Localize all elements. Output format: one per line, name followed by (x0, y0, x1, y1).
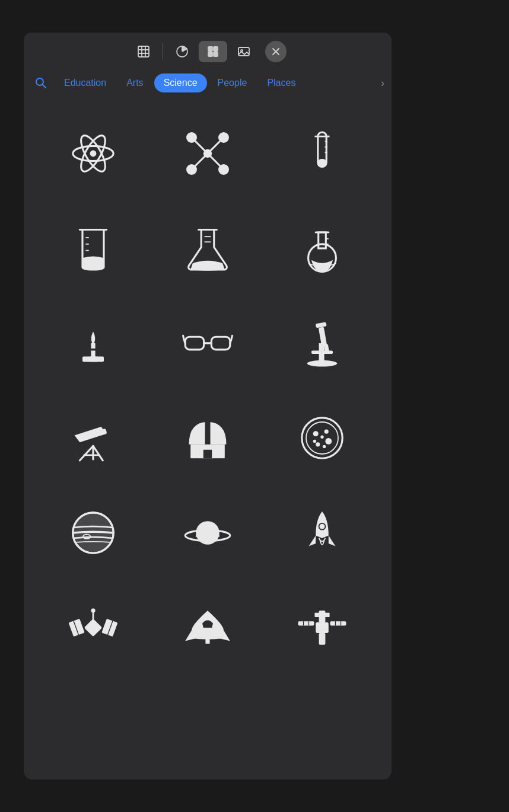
svg-rect-0 (138, 46, 149, 57)
category-science[interactable]: Science (154, 73, 207, 92)
icons-grid (24, 100, 392, 779)
svg-point-27 (218, 132, 229, 143)
svg-rect-11 (214, 52, 218, 56)
svg-rect-95 (298, 621, 314, 625)
svg-rect-101 (315, 613, 322, 617)
svg-point-71 (313, 431, 319, 436)
svg-point-83 (196, 521, 219, 545)
svg-rect-85 (84, 619, 102, 637)
category-arts[interactable]: Arts (117, 73, 152, 92)
svg-rect-98 (330, 621, 346, 625)
icon-rocket[interactable] (271, 491, 374, 574)
svg-rect-59 (316, 322, 327, 328)
svg-rect-8 (208, 47, 212, 51)
svg-rect-68 (203, 450, 212, 458)
svg-rect-54 (211, 337, 230, 350)
icon-shuttle[interactable] (156, 586, 259, 669)
svg-line-17 (43, 85, 46, 88)
icon-space-station[interactable] (271, 586, 374, 669)
svg-point-21 (90, 151, 96, 157)
svg-point-74 (316, 442, 320, 446)
chart-button[interactable] (168, 41, 196, 62)
search-button[interactable] (31, 73, 51, 93)
icon-beaker[interactable] (42, 207, 144, 290)
main-panel: Education Arts Science People Places › (24, 33, 392, 779)
svg-rect-53 (185, 337, 204, 350)
svg-rect-94 (319, 633, 326, 645)
svg-point-26 (186, 132, 197, 143)
icon-telescope[interactable] (42, 397, 144, 479)
icon-jupiter[interactable] (42, 491, 144, 574)
svg-rect-51 (82, 357, 104, 362)
category-places[interactable]: Places (257, 73, 305, 92)
svg-rect-45 (319, 232, 326, 248)
close-button[interactable] (265, 41, 287, 62)
svg-rect-32 (318, 159, 326, 167)
svg-rect-10 (208, 52, 212, 56)
icon-microscope[interactable] (271, 302, 374, 385)
icon-test-tube[interactable] (271, 112, 374, 195)
icon-round-flask[interactable] (271, 207, 374, 290)
icon-bunsen[interactable] (42, 302, 144, 385)
svg-rect-9 (214, 47, 218, 51)
icon-flask[interactable] (156, 207, 259, 290)
svg-rect-102 (323, 613, 330, 617)
category-nav: Education Arts Science People Places › (24, 71, 392, 100)
scroll-indicator: › (381, 77, 384, 89)
icon-saturn[interactable] (156, 491, 259, 574)
svg-line-62 (93, 446, 103, 461)
svg-point-91 (91, 609, 95, 613)
media-button[interactable] (230, 41, 258, 62)
toolbar-divider (163, 43, 163, 60)
svg-point-77 (321, 436, 324, 439)
svg-point-29 (218, 164, 229, 175)
svg-point-73 (326, 438, 332, 445)
icon-observatory[interactable] (156, 397, 259, 479)
svg-point-76 (313, 440, 316, 443)
svg-rect-86 (68, 619, 84, 637)
icon-satellite[interactable] (42, 586, 144, 669)
icon-molecule[interactable] (156, 112, 259, 195)
svg-rect-92 (316, 622, 329, 633)
svg-point-30 (203, 149, 212, 158)
svg-point-72 (325, 430, 329, 434)
svg-rect-52 (90, 349, 96, 351)
table-button[interactable] (129, 41, 158, 62)
svg-rect-88 (101, 619, 117, 637)
svg-rect-57 (311, 351, 333, 354)
svg-point-75 (323, 445, 326, 448)
svg-line-61 (79, 446, 93, 461)
toolbar (24, 33, 392, 71)
icon-petri[interactable] (271, 397, 374, 479)
svg-rect-67 (205, 422, 210, 445)
icon-atom[interactable] (42, 112, 144, 195)
svg-point-28 (186, 164, 197, 175)
shape-button[interactable] (199, 41, 227, 62)
icon-goggles[interactable] (156, 302, 259, 385)
category-people[interactable]: People (208, 73, 257, 92)
category-education[interactable]: Education (55, 73, 116, 92)
